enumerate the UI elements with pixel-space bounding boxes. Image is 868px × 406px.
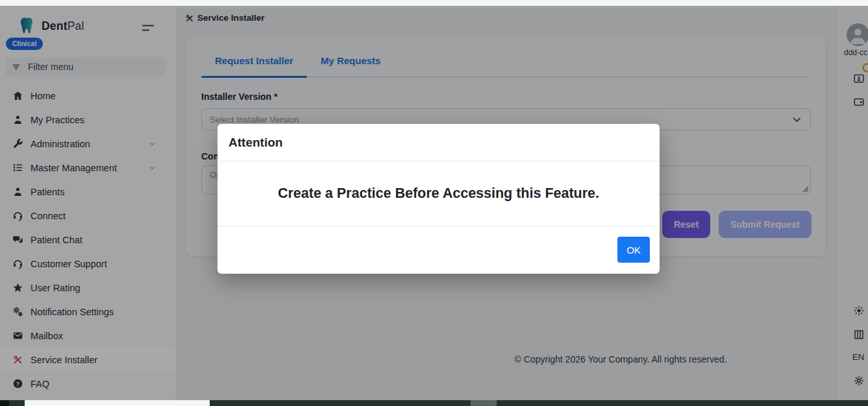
modal-body: Create a Practice Before Accessing this … [217,161,660,226]
top-window-strip [0,0,868,6]
modal-footer: OK [217,226,660,274]
ok-button[interactable]: OK [617,237,650,263]
screen: ddd-cc EN [0,0,868,406]
modal-title: Attention [229,136,282,150]
taskbar-strip [0,400,868,406]
modal-message: Create a Practice Before Accessing this … [278,185,599,202]
taskbar-segment [0,400,9,406]
modal-header: Attention [217,124,660,161]
attention-modal: Attention Create a Practice Before Acces… [217,124,660,274]
taskbar-segment [471,400,497,406]
taskbar-window-preview[interactable] [25,400,210,406]
